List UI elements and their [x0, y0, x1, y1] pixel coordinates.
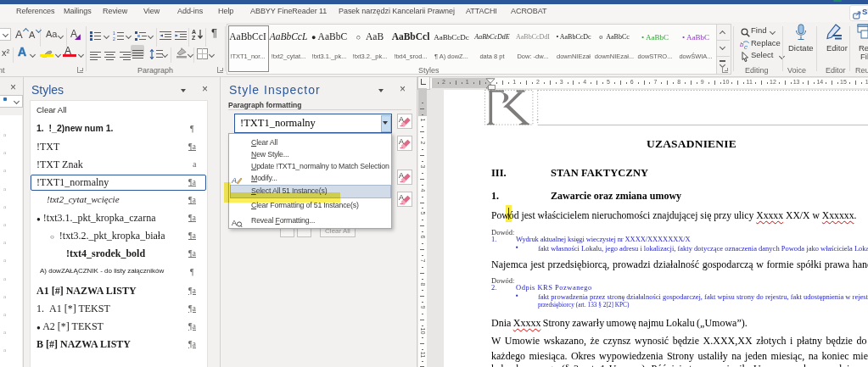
svg-text:2: 2 [113, 36, 115, 41]
svg-text:A: A [232, 176, 237, 185]
svg-text:A: A [192, 29, 196, 35]
svg-text:Z: Z [192, 35, 196, 40]
svg-text:c: c [744, 43, 748, 50]
svg-text:A: A [232, 219, 237, 227]
svg-text:1: 1 [113, 31, 115, 36]
